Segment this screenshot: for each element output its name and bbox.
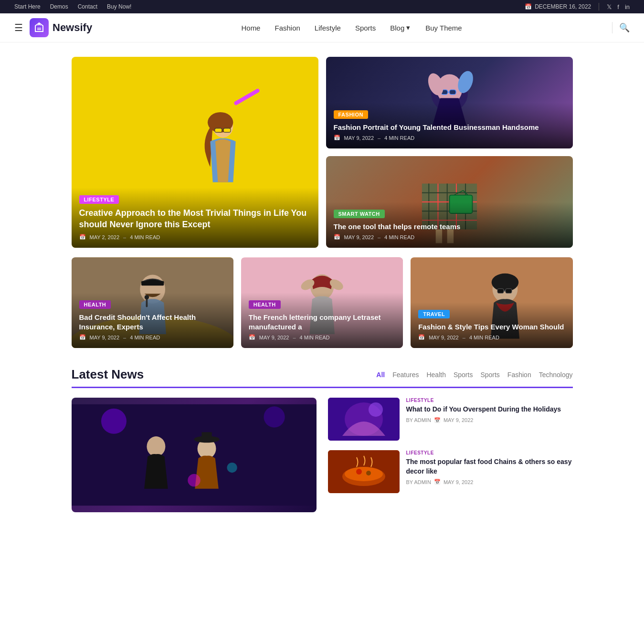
latest-item-0-title: What to Do if You Overspent During the H… <box>406 405 573 414</box>
latest-main-image[interactable] <box>72 398 317 512</box>
calendar-icon: 📅 <box>525 3 532 10</box>
latest-news-section: Latest News All Features Health Sports S… <box>72 367 573 512</box>
side2-overlay: SMART WATCH The one tool that helps remo… <box>326 202 573 248</box>
tab-features[interactable]: Features <box>392 370 419 380</box>
side1-read: 4 MIN READ <box>384 135 414 141</box>
featured-main-badge: LIFESTYLE <box>79 195 119 204</box>
latest-news-grid: LIFESTYLE What to Do if You Overspent Du… <box>72 398 573 512</box>
nav-buy-theme[interactable]: Buy Theme <box>419 20 468 36</box>
side2-title: The one tool that helps remote teams <box>334 222 565 232</box>
nav-lifestyle[interactable]: Lifestyle <box>309 20 347 36</box>
site-logo[interactable]: Newsify <box>30 18 92 37</box>
twitter-icon[interactable]: 𝕏 <box>607 3 612 11</box>
featured-main-card[interactable]: LIFESTYLE Creative Approach to the Most … <box>72 57 318 248</box>
top-bar-right: 📅 DECEMBER 16, 2022 𝕏 f in <box>525 3 630 11</box>
latest-news-tabs: All Features Health Sports Sports Fashio… <box>376 370 572 380</box>
latest-cat-0: LIFESTYLE <box>406 398 573 403</box>
tab-health[interactable]: Health <box>426 370 445 380</box>
latest-item-1-info: LIFESTYLE The most popular fast food Cha… <box>406 450 573 485</box>
linkedin-icon[interactable]: in <box>625 3 630 11</box>
dropdown-arrow: ▾ <box>406 23 410 32</box>
svg-point-49 <box>101 409 126 434</box>
latest-item-0-meta: BY ADMIN 📅 MAY 9, 2022 <box>406 417 573 423</box>
date-display: 📅 DECEMBER 16, 2022 <box>525 3 591 10</box>
small-card-2[interactable]: TRAVEL Fashion & Style Tips Every Woman … <box>411 257 572 348</box>
featured-right: FASHION Fashion Portrait of Young Talent… <box>326 57 573 248</box>
hamburger-menu[interactable]: ☰ <box>14 22 23 33</box>
svg-point-64 <box>366 471 371 475</box>
tab-sports-2[interactable]: Sports <box>480 370 499 380</box>
latest-item-1-author: BY ADMIN <box>406 479 431 485</box>
logo-text: Newsify <box>53 21 92 34</box>
small-card-0-meta: 📅 MAY 9, 2022 – 4 MIN READ <box>79 334 226 340</box>
latest-item-0-date: MAY 9, 2022 <box>443 417 474 423</box>
small-card-1-badge: HEALTH <box>249 300 281 309</box>
svg-rect-45 <box>497 289 504 293</box>
featured-side-card-1[interactable]: FASHION Fashion Portrait of Young Talent… <box>326 57 573 148</box>
svg-point-51 <box>147 436 165 456</box>
small-card-0[interactable]: HEALTH Bad Credit Shouldn't Affect Healt… <box>72 257 233 348</box>
topbar-link-contact[interactable]: Contact <box>78 3 97 10</box>
side1-title: Fashion Portrait of Young Talented Busin… <box>334 123 565 132</box>
side1-date: MAY 9, 2022 <box>344 135 374 141</box>
header-right: 🔍 <box>612 22 630 33</box>
cal-icon-latest0: 📅 <box>434 417 441 423</box>
nav-fashion[interactable]: Fashion <box>269 20 306 36</box>
site-header: ☰ Newsify Home Fashion Lifestyle Sports … <box>0 13 644 42</box>
small-card-0-date: MAY 9, 2022 <box>90 335 120 340</box>
small-card-2-read: 4 MIN READ <box>469 335 499 340</box>
topbar-link-buynow[interactable]: Buy Now! <box>107 3 131 10</box>
featured-main-read: 4 MIN READ <box>130 234 160 240</box>
featured-side-card-2[interactable]: SMART WATCH The one tool that helps remo… <box>326 156 573 248</box>
svg-rect-12 <box>449 90 455 95</box>
small-card-2-title: Fashion & Style Tips Every Woman Should <box>418 322 565 332</box>
svg-point-44 <box>492 274 519 292</box>
latest-item-1[interactable]: LIFESTYLE The most popular fast food Cha… <box>328 450 573 493</box>
search-button[interactable]: 🔍 <box>619 22 630 33</box>
small-card-2-meta: 📅 MAY 9, 2022 – 4 MIN READ <box>418 334 565 340</box>
small-card-1-overlay: HEALTH The French lettering company Letr… <box>241 293 403 348</box>
featured-main-title: Creative Approach to the Most Trivial Th… <box>79 208 311 230</box>
latest-item-1-title: The most popular fast food Chains & othe… <box>406 457 573 476</box>
nav-home[interactable]: Home <box>235 20 266 36</box>
social-icons: 𝕏 f in <box>607 3 630 11</box>
small-card-1-date: MAY 9, 2022 <box>259 335 289 340</box>
svg-rect-34 <box>141 281 164 285</box>
tab-sports-1[interactable]: Sports <box>454 370 473 380</box>
latest-item-1-date: MAY 9, 2022 <box>443 479 474 485</box>
side2-date: MAY 9, 2022 <box>344 234 374 240</box>
tab-fashion[interactable]: Fashion <box>507 370 531 380</box>
latest-right-items: LIFESTYLE What to Do if You Overspent Du… <box>328 398 573 512</box>
vertical-divider <box>599 3 599 11</box>
latest-cat-1: LIFESTYLE <box>406 450 573 455</box>
latest-item-0-author: BY ADMIN <box>406 417 431 423</box>
featured-main-meta: 📅 MAY 2, 2022 – 4 MIN READ <box>79 234 311 240</box>
latest-item-0[interactable]: LIFESTYLE What to Do if You Overspent Du… <box>328 398 573 441</box>
facebook-icon[interactable]: f <box>617 3 619 11</box>
small-card-0-overlay: HEALTH Bad Credit Shouldn't Affect Healt… <box>72 293 233 348</box>
latest-news-header: Latest News All Features Health Sports S… <box>72 367 573 388</box>
svg-rect-7 <box>223 128 231 133</box>
svg-point-55 <box>188 474 201 487</box>
cal-icon-s2: 📅 <box>334 234 340 240</box>
svg-point-50 <box>264 406 285 427</box>
small-card-0-title: Bad Credit Shouldn't Affect Health Insur… <box>79 313 226 331</box>
side1-badge: FASHION <box>334 110 368 119</box>
side2-meta: 📅 MAY 9, 2022 – 4 MIN READ <box>334 234 565 240</box>
topbar-link-demos[interactable]: Demos <box>50 3 68 10</box>
featured-main-overlay: LIFESTYLE Creative Approach to the Most … <box>72 188 318 248</box>
small-card-1[interactable]: HEALTH The French lettering company Letr… <box>241 257 403 348</box>
latest-news-title: Latest News <box>72 367 144 382</box>
latest-thumb-0 <box>328 398 400 441</box>
tab-all[interactable]: All <box>376 370 385 380</box>
side1-meta: 📅 MAY 9, 2022 – 4 MIN READ <box>334 135 565 141</box>
nav-sports[interactable]: Sports <box>349 20 381 36</box>
side2-badge: SMART WATCH <box>334 210 385 218</box>
featured-main-date: MAY 2, 2022 <box>90 234 120 240</box>
svg-rect-54 <box>201 432 211 440</box>
nav-blog[interactable]: Blog ▾ <box>384 20 416 36</box>
svg-point-56 <box>227 463 237 473</box>
tab-technology[interactable]: Technology <box>539 370 573 380</box>
sep: – <box>123 234 126 240</box>
topbar-link-start[interactable]: Start Here <box>14 3 41 10</box>
